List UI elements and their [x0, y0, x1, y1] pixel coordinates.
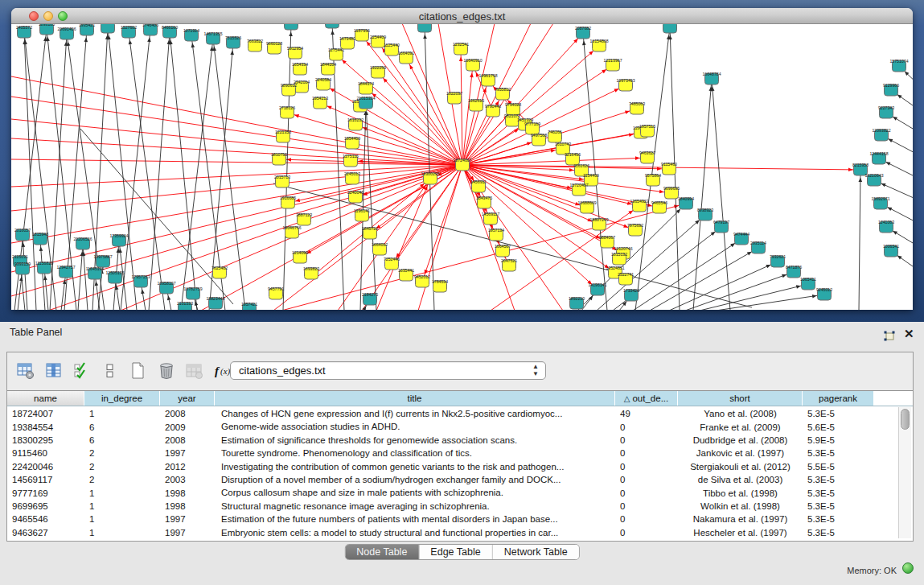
cell-name[interactable]: 9777169: [7, 486, 84, 499]
table-selector-dropdown[interactable]: citations_edges.txt ▲▼: [230, 361, 546, 380]
column-header-out-degree[interactable]: △out_de...: [615, 391, 678, 406]
cell-name[interactable]: 22420046: [7, 460, 84, 473]
network-node[interactable]: 16210643: [864, 173, 883, 186]
table-row[interactable]: 946554611997Estimation of the future num…: [7, 513, 913, 525]
cell-year[interactable]: 1997: [160, 526, 215, 539]
network-node[interactable]: 20206526: [73, 237, 92, 249]
network-node[interactable]: 12213967: [603, 58, 622, 71]
cell-short[interactable]: Wolkin et al. (1998): [678, 500, 803, 513]
cell-short[interactable]: Franke et al. (2009): [678, 420, 803, 433]
network-node[interactable]: 8938923: [697, 208, 713, 220]
network-node[interactable]: 12942757: [56, 265, 75, 278]
cell-out-degree[interactable]: 0: [615, 513, 678, 525]
table-scrollbar-thumb[interactable]: [901, 409, 910, 430]
network-node[interactable]: 1733426: [623, 288, 639, 301]
network-node[interactable]: 18807249: [589, 217, 608, 230]
network-node[interactable]: 11645194: [86, 266, 105, 279]
network-node[interactable]: 1232541: [453, 42, 469, 55]
cell-year[interactable]: 2003: [160, 473, 215, 486]
table-scrollbar[interactable]: [898, 407, 911, 538]
show-columns-icon[interactable]: [44, 361, 64, 381]
cell-name[interactable]: 19384554: [7, 420, 84, 433]
cell-name[interactable]: 18300295: [7, 434, 84, 447]
network-node[interactable]: 9465546: [651, 200, 667, 213]
network-node[interactable]: 15692971: [871, 196, 889, 209]
network-node[interactable]: 2087682: [575, 26, 591, 39]
network-node[interactable]: 1957134: [488, 228, 504, 241]
network-node[interactable]: 2184275: [362, 292, 378, 305]
network-node[interactable]: 1664091: [398, 51, 414, 64]
network-node[interactable]: 9474444: [733, 232, 749, 245]
create-column-icon[interactable]: [129, 361, 148, 381]
network-node[interactable]: 1214354: [324, 24, 340, 28]
network-node[interactable]: 6497568: [531, 133, 547, 146]
network-node[interactable]: 2240584: [315, 77, 331, 90]
cell-in-degree[interactable]: 6: [84, 420, 160, 433]
delete-column-icon[interactable]: [157, 361, 176, 381]
network-node[interactable]: 8471876: [786, 265, 802, 278]
network-node[interactable]: 1892210: [569, 296, 585, 309]
network-node[interactable]: 2047521: [501, 258, 517, 271]
network-node[interactable]: 1635441: [398, 268, 414, 281]
delete-table-icon[interactable]: [185, 361, 204, 381]
network-node[interactable]: 1322037: [446, 91, 462, 104]
network-node[interactable]: 7625402: [211, 266, 228, 278]
network-node[interactable]: 1853171: [283, 24, 299, 30]
network-node[interactable]: 2405572: [16, 25, 32, 38]
cell-short[interactable]: Yano et al. (2008): [678, 407, 803, 420]
network-node[interactable]: 1810755: [271, 152, 287, 165]
network-node[interactable]: 2240046: [347, 190, 363, 203]
cell-title[interactable]: Estimation of significance thresholds fo…: [215, 434, 615, 447]
network-node[interactable]: 1615132: [611, 252, 627, 265]
column-header-name[interactable]: name: [7, 391, 84, 406]
table-row[interactable]: 2242004622012Investigating the contribut…: [7, 460, 913, 473]
network-node[interactable]: 1616232: [347, 117, 363, 130]
cell-short[interactable]: Dudbridge et al. (2008): [678, 434, 803, 447]
network-node[interactable]: 1527602: [121, 25, 137, 38]
cell-in-degree[interactable]: 1: [84, 500, 160, 513]
tab-edge-table[interactable]: Edge Table: [419, 545, 492, 559]
cell-name[interactable]: 9699695: [7, 500, 84, 513]
cell-year[interactable]: 1997: [160, 513, 215, 525]
cell-short[interactable]: Stergiakouli et al. (2012): [678, 460, 803, 473]
network-node[interactable]: 18724007: [453, 158, 471, 171]
network-node[interactable]: 17957253: [131, 274, 150, 287]
network-node[interactable]: 1843475: [476, 196, 492, 208]
cell-pagerank[interactable]: 5.3E-5: [803, 473, 874, 486]
cell-in-degree[interactable]: 6: [84, 434, 160, 447]
network-node[interactable]: 2015713: [274, 175, 290, 187]
column-header-in-degree[interactable]: in_degree: [84, 391, 160, 406]
network-node[interactable]: 7975692: [627, 223, 643, 236]
network-node[interactable]: 1275441: [328, 47, 344, 60]
table-row[interactable]: 946362711997Embryonic stem cells: a mode…: [7, 526, 913, 539]
network-node[interactable]: 1187956: [354, 28, 370, 41]
cell-out-degree[interactable]: 0: [615, 420, 678, 433]
cell-short[interactable]: Nakamura et al. (1997): [678, 513, 803, 525]
cell-out-degree[interactable]: 0: [615, 460, 678, 473]
network-node[interactable]: 14671355: [203, 31, 222, 44]
network-node[interactable]: 16154808: [589, 39, 608, 51]
network-node[interactable]: 1893105: [39, 24, 55, 35]
cell-name[interactable]: 14569117: [7, 473, 84, 486]
network-node[interactable]: 1322259: [370, 65, 386, 78]
network-node[interactable]: 12093822: [872, 128, 890, 141]
table-row[interactable]: 1830029562008Estimation of significance …: [7, 434, 913, 447]
network-node[interactable]: 1954409: [344, 136, 360, 149]
cell-pagerank[interactable]: 5.3E-5: [803, 447, 874, 459]
network-node[interactable]: 9227343: [878, 105, 894, 118]
network-node[interactable]: 18300295: [421, 171, 439, 184]
network-node[interactable]: 7955812: [495, 87, 511, 100]
network-node[interactable]: 1006541: [883, 244, 899, 257]
network-node[interactable]: 1746406: [142, 24, 158, 35]
cell-short[interactable]: Tibbo et al. (1998): [678, 486, 803, 499]
network-node[interactable]: 14196141: [588, 282, 606, 295]
cell-title[interactable]: Structural magnetic resonance image aver…: [215, 500, 615, 513]
table-options-icon[interactable]: [16, 361, 35, 381]
network-node[interactable]: 9245012: [816, 287, 832, 300]
network-node[interactable]: 16961758: [478, 73, 497, 86]
network-node[interactable]: 1845721: [362, 226, 378, 239]
network-node[interactable]: 9660128: [266, 41, 282, 54]
selection-mode-icon[interactable]: [72, 361, 92, 381]
network-node[interactable]: 16782759: [183, 286, 202, 299]
network-node[interactable]: 1673489: [339, 36, 355, 49]
